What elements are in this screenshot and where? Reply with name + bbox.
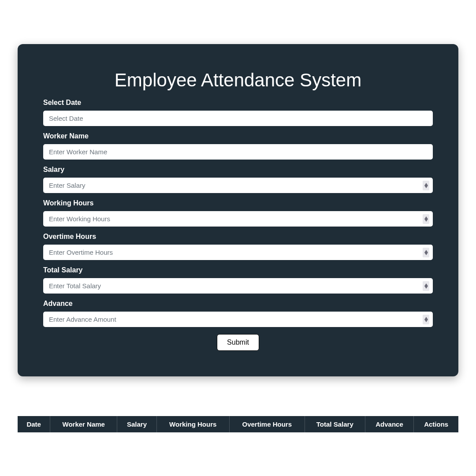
submit-button[interactable]: Submit bbox=[217, 334, 259, 351]
form-card: Employee Attendance System Select Date W… bbox=[18, 44, 458, 376]
input-overtime[interactable] bbox=[43, 245, 433, 260]
input-total[interactable] bbox=[43, 278, 433, 294]
col-overtime: Overtime Hours bbox=[229, 416, 305, 432]
col-salary: Salary bbox=[117, 416, 157, 432]
attendance-table: Date Worker Name Salary Working Hours Ov… bbox=[18, 416, 458, 432]
col-date: Date bbox=[18, 416, 50, 432]
field-total: Total Salary bbox=[43, 266, 433, 294]
field-advance: Advance bbox=[43, 300, 433, 327]
label-date: Select Date bbox=[43, 99, 433, 107]
label-advance: Advance bbox=[43, 300, 433, 308]
field-worker: Worker Name bbox=[43, 132, 433, 160]
col-advance: Advance bbox=[365, 416, 414, 432]
field-overtime: Overtime Hours bbox=[43, 233, 433, 260]
field-hours: Working Hours bbox=[43, 199, 433, 227]
field-salary: Salary bbox=[43, 166, 433, 193]
label-worker: Worker Name bbox=[43, 132, 433, 140]
input-worker[interactable] bbox=[43, 144, 433, 160]
input-hours[interactable] bbox=[43, 211, 433, 227]
data-table-wrapper: Date Worker Name Salary Working Hours Ov… bbox=[18, 416, 458, 432]
field-date: Select Date bbox=[43, 99, 433, 126]
input-date[interactable] bbox=[43, 111, 433, 126]
col-total: Total Salary bbox=[305, 416, 365, 432]
label-overtime: Overtime Hours bbox=[43, 233, 433, 241]
label-salary: Salary bbox=[43, 166, 433, 174]
label-hours: Working Hours bbox=[43, 199, 433, 207]
label-total: Total Salary bbox=[43, 266, 433, 274]
input-advance[interactable] bbox=[43, 312, 433, 327]
input-salary[interactable] bbox=[43, 178, 433, 193]
col-actions: Actions bbox=[414, 416, 458, 432]
col-hours: Working Hours bbox=[156, 416, 229, 432]
page-title: Employee Attendance System bbox=[43, 70, 433, 91]
col-worker: Worker Name bbox=[50, 416, 117, 432]
